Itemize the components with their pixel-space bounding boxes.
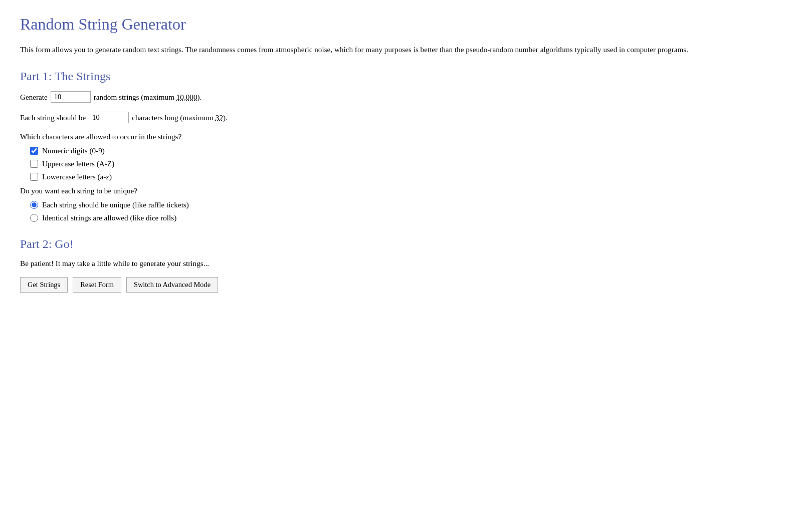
checkbox-item-numeric: Numeric digits (0-9) (30, 146, 792, 155)
strings-count-input[interactable] (51, 91, 91, 103)
part2-heading: Part 2: Go! (20, 237, 792, 251)
characters-question: Which characters are allowed to occur in… (20, 132, 792, 141)
string-length-input[interactable] (89, 112, 129, 123)
checkbox-numeric[interactable] (30, 147, 38, 155)
unique-question: Do you want each string to be unique? (20, 186, 792, 195)
part2-section: Part 2: Go! Be patient! It may take a li… (20, 237, 792, 293)
action-button-row: Get Strings Reset Form Switch to Advance… (20, 277, 792, 293)
checkbox-uppercase[interactable] (30, 160, 38, 168)
reset-form-button[interactable]: Reset Form (73, 277, 121, 293)
switch-mode-button[interactable]: Switch to Advanced Mode (126, 277, 218, 293)
radio-identical-label: Identical strings are allowed (like dice… (42, 213, 176, 222)
strings-count-row: Generate random strings (maximum 10,000)… (20, 91, 792, 103)
checkbox-lowercase[interactable] (30, 173, 38, 181)
checkbox-numeric-label: Numeric digits (0-9) (42, 146, 105, 155)
strings-suffix-label: random strings (maximum 10,000). (94, 93, 202, 102)
strings-prefix-label: Generate (20, 93, 48, 102)
characters-checkbox-group: Numeric digits (0-9) Uppercase letters (… (30, 146, 792, 181)
radio-item-identical: Identical strings are allowed (like dice… (30, 213, 792, 222)
radio-identical[interactable] (30, 214, 38, 222)
length-prefix-label: Each string should be (20, 113, 86, 122)
checkbox-item-lowercase: Lowercase letters (a-z) (30, 172, 792, 181)
page-title: Random String Generator (20, 15, 792, 34)
part1-section: Part 1: The Strings Generate random stri… (20, 70, 792, 222)
checkbox-item-uppercase: Uppercase letters (A-Z) (30, 159, 792, 168)
checkbox-lowercase-label: Lowercase letters (a-z) (42, 172, 112, 181)
part1-heading: Part 1: The Strings (20, 70, 792, 83)
checkbox-uppercase-label: Uppercase letters (A-Z) (42, 159, 114, 168)
part2-description: Be patient! It may take a little while t… (20, 259, 792, 268)
radio-unique[interactable] (30, 201, 38, 209)
radio-item-unique: Each string should be unique (like raffl… (30, 200, 792, 209)
unique-radio-group: Each string should be unique (like raffl… (30, 200, 792, 222)
page-description: This form allows you to generate random … (20, 44, 792, 56)
get-strings-button[interactable]: Get Strings (20, 277, 68, 293)
radio-unique-label: Each string should be unique (like raffl… (42, 200, 189, 209)
string-length-row: Each string should be characters long (m… (20, 112, 792, 123)
length-suffix-label: characters long (maximum 32). (132, 113, 228, 122)
